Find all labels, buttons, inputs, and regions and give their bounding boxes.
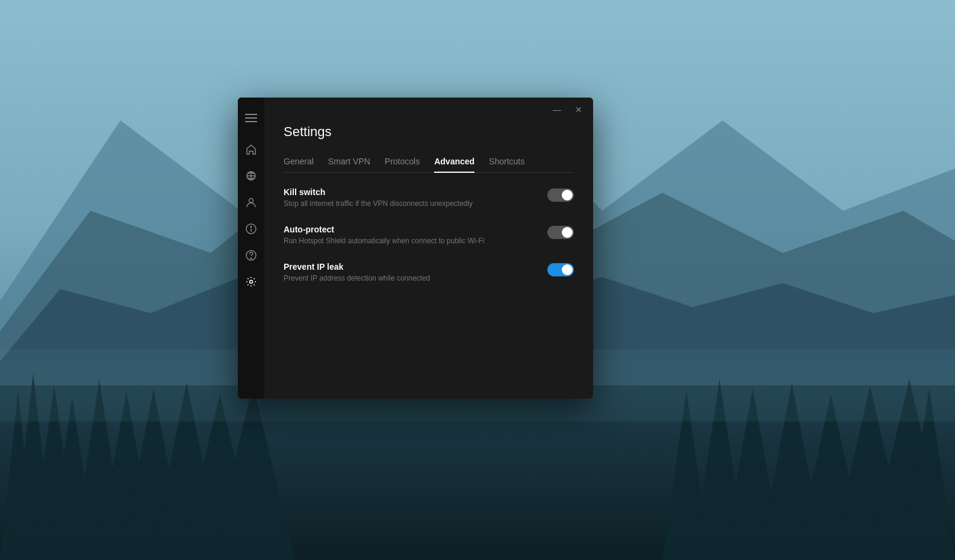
svg-marker-18 <box>759 382 825 560</box>
tab-shortcuts[interactable]: Shortcuts <box>489 152 524 172</box>
svg-marker-5 <box>0 391 36 560</box>
sidebar-menu-icon[interactable] <box>240 107 262 129</box>
prevent-ip-leak-toggle[interactable] <box>547 263 574 276</box>
svg-marker-20 <box>831 385 909 560</box>
sidebar-user-icon[interactable] <box>240 191 262 213</box>
svg-marker-14 <box>211 385 295 560</box>
svg-point-28 <box>249 199 254 203</box>
auto-protect-knob <box>562 227 573 238</box>
auto-protect-row: Auto-protect Run Hotspot Shield automati… <box>284 225 574 245</box>
prevent-ip-leak-info: Prevent IP leak Prevent IP address detec… <box>284 262 538 282</box>
page-title: Settings <box>284 124 574 140</box>
svg-marker-17 <box>723 388 783 560</box>
svg-point-34 <box>250 281 253 284</box>
settings-content: Kill switch Stop all internet traffic if… <box>264 173 593 399</box>
svg-rect-4 <box>0 385 955 560</box>
svg-marker-21 <box>867 379 951 560</box>
auto-protect-toggle[interactable] <box>547 226 574 239</box>
svg-marker-7 <box>30 385 78 560</box>
svg-point-33 <box>250 258 252 259</box>
sidebar-help-icon[interactable] <box>240 244 262 266</box>
kill-switch-title: Kill switch <box>284 187 538 197</box>
prevent-ip-leak-knob <box>562 264 573 275</box>
kill-switch-row: Kill switch Stop all internet traffic if… <box>284 187 574 208</box>
kill-switch-info: Kill switch Stop all internet traffic if… <box>284 187 538 208</box>
svg-marker-11 <box>120 388 187 560</box>
svg-marker-22 <box>903 388 955 560</box>
svg-point-31 <box>250 226 252 228</box>
svg-marker-13 <box>181 394 259 560</box>
svg-marker-10 <box>96 391 157 560</box>
tab-general[interactable]: General <box>284 152 314 172</box>
title-bar: — ✕ <box>264 98 593 122</box>
tab-advanced[interactable]: Advanced <box>434 152 474 172</box>
main-content: — ✕ Settings General Smart VPN Protocols <box>264 98 593 399</box>
sidebar-vpn-icon[interactable] <box>240 165 262 187</box>
svg-marker-12 <box>151 382 223 560</box>
tab-protocols[interactable]: Protocols <box>385 152 420 172</box>
svg-marker-16 <box>692 379 747 560</box>
svg-marker-19 <box>795 394 867 560</box>
auto-protect-desc: Run Hotspot Shield automatically when co… <box>284 237 538 245</box>
auto-protect-title: Auto-protect <box>284 225 538 234</box>
prevent-ip-leak-title: Prevent IP leak <box>284 262 538 272</box>
svg-rect-26 <box>245 121 257 122</box>
minimize-button[interactable]: — <box>550 102 564 117</box>
svg-rect-24 <box>245 114 257 115</box>
svg-marker-6 <box>12 373 54 560</box>
prevent-ip-leak-desc: Prevent IP address detection while conne… <box>284 274 538 282</box>
svg-marker-15 <box>662 391 711 560</box>
close-button[interactable]: ✕ <box>571 102 586 117</box>
page-header: Settings General Smart VPN Protocols Adv… <box>264 122 593 173</box>
svg-marker-9 <box>72 379 126 560</box>
kill-switch-desc: Stop all internet traffic if the VPN dis… <box>284 199 538 208</box>
auto-protect-info: Auto-protect Run Hotspot Shield automati… <box>284 225 538 245</box>
prevent-ip-leak-row: Prevent IP leak Prevent IP address detec… <box>284 262 574 282</box>
sidebar <box>238 98 264 399</box>
app-window: — ✕ Settings General Smart VPN Protocols <box>238 98 593 399</box>
kill-switch-knob <box>562 190 573 201</box>
kill-switch-toggle[interactable] <box>547 188 574 202</box>
sidebar-info-icon[interactable] <box>240 218 262 240</box>
sidebar-settings-icon[interactable] <box>240 271 262 293</box>
svg-marker-8 <box>48 397 96 560</box>
sidebar-home-icon[interactable] <box>240 138 262 160</box>
tabs-container: General Smart VPN Protocols Advanced Sho… <box>284 152 574 173</box>
svg-rect-25 <box>245 117 257 119</box>
tab-smart-vpn[interactable]: Smart VPN <box>328 152 370 172</box>
